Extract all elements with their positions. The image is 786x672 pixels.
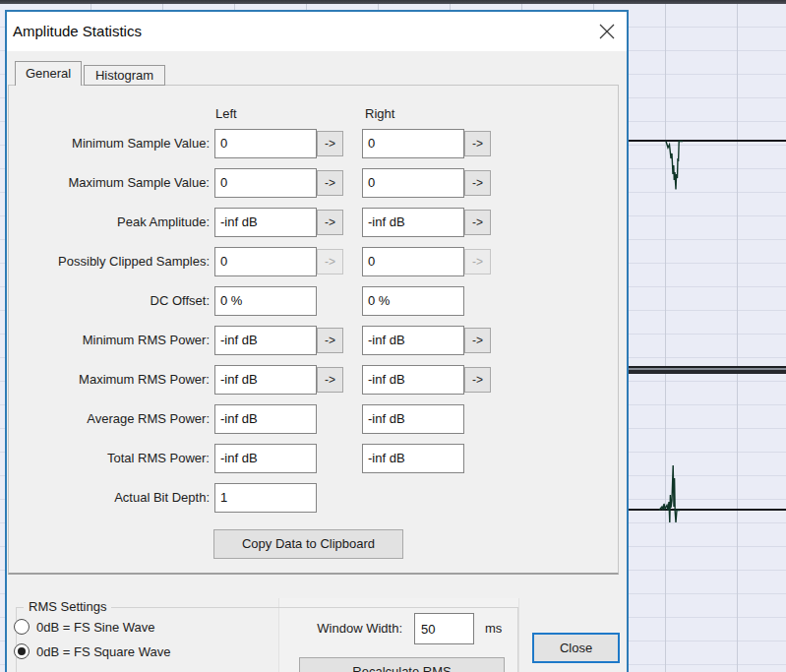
stat-row-minimum-rms-power: Minimum RMS Power: -inf dB -> -inf dB -> (7, 326, 627, 355)
radio-circle-checked-icon[interactable] (14, 643, 30, 659)
stat-label: Minimum RMS Power: (7, 326, 210, 355)
stat-label: DC Offset: (7, 286, 210, 316)
goto-arrow-button-right[interactable]: -> (464, 131, 491, 156)
close-button[interactable]: Close (532, 633, 620, 663)
stat-row-dc-offset: DC Offset: 0 % 0 % (7, 286, 627, 316)
copy-data-button[interactable]: Copy Data to Clipboard (213, 529, 403, 559)
goto-arrow-button-left[interactable]: -> (317, 210, 343, 235)
dialog-title: Amplitude Statistics (13, 12, 142, 51)
stat-row-average-rms-power: Average RMS Power: -inf dB -inf dB (7, 404, 627, 434)
window-width-label: Window Width: (292, 613, 402, 644)
track-separator (626, 366, 786, 374)
stat-label: Maximum RMS Power: (7, 365, 210, 395)
stat-row-minimum-sample-value: Minimum Sample Value: 0 -> 0 -> (7, 129, 627, 158)
stat-value-left[interactable]: 1 (214, 483, 317, 513)
stat-value-left[interactable]: 0 (214, 247, 317, 276)
waveform-spike-top (659, 136, 693, 195)
goto-arrow-button-right[interactable]: -> (464, 210, 491, 235)
radio-fs-square-wave[interactable]: 0dB = FS Square Wave (14, 642, 170, 660)
stat-value-right[interactable]: -inf dB (362, 326, 464, 355)
stat-value-right[interactable]: -inf dB (362, 444, 464, 473)
column-header-right: Right (365, 106, 394, 121)
tab-general[interactable]: General (15, 61, 82, 86)
stat-value-left[interactable]: -inf dB (214, 365, 317, 395)
rms-settings-title: RMS Settings (24, 599, 111, 614)
screen: { "window": { "title": "Amplitude Statis… (0, 0, 786, 672)
waveform-spike-bottom (655, 445, 689, 527)
stat-row-total-rms-power: Total RMS Power: -inf dB -inf dB (7, 444, 627, 473)
stat-row-maximum-rms-power: Maximum RMS Power: -inf dB -> -inf dB -> (7, 365, 627, 395)
stat-value-right[interactable]: -inf dB (362, 365, 464, 395)
window-width-input[interactable] (414, 613, 474, 644)
stat-row-possibly-clipped-samples: Possibly Clipped Samples: 0 -> 0 -> (7, 247, 627, 276)
stat-label: Possibly Clipped Samples: (7, 247, 210, 276)
column-header-left: Left (215, 106, 237, 121)
goto-arrow-button-right[interactable]: -> (464, 170, 491, 196)
goto-arrow-button-right-disabled: -> (464, 249, 491, 275)
stat-label: Total RMS Power: (7, 444, 210, 473)
stat-value-right[interactable]: -inf dB (362, 404, 464, 434)
stat-value-left[interactable]: 0 (214, 168, 317, 198)
goto-arrow-button-left[interactable]: -> (317, 367, 343, 393)
goto-arrow-button-left[interactable]: -> (317, 170, 343, 196)
goto-arrow-button-right[interactable]: -> (464, 367, 491, 393)
stat-row-actual-bit-depth: Actual Bit Depth: 1 (7, 483, 627, 513)
stat-value-left[interactable]: -inf dB (214, 326, 317, 355)
tab-histogram[interactable]: Histogram (84, 65, 165, 86)
close-icon[interactable] (598, 23, 616, 40)
stat-row-peak-amplitude: Peak Amplitude: -inf dB -> -inf dB -> (7, 208, 627, 237)
waveform-centerline-top (626, 140, 786, 142)
stat-value-right[interactable]: 0 % (362, 286, 464, 316)
stat-label: Actual Bit Depth: (7, 483, 210, 513)
stat-value-right[interactable]: 0 (362, 247, 464, 276)
stat-value-right[interactable]: 0 (362, 168, 464, 198)
radio-label: 0dB = FS Sine Wave (36, 620, 155, 635)
stat-label: Minimum Sample Value: (7, 129, 210, 158)
stat-value-left[interactable]: -inf dB (214, 444, 317, 473)
goto-arrow-button-left[interactable]: -> (317, 328, 343, 353)
window-width-unit: ms (485, 613, 502, 644)
stat-value-left[interactable]: 0 (214, 129, 317, 158)
editor-top-bar (0, 0, 786, 4)
amplitude-statistics-dialog: Amplitude Statistics General Histogram L… (5, 10, 629, 672)
goto-arrow-button-left-disabled: -> (317, 249, 343, 275)
dialog-titlebar[interactable]: Amplitude Statistics (7, 12, 627, 51)
stat-value-left[interactable]: -inf dB (214, 404, 317, 434)
goto-arrow-button-left[interactable]: -> (317, 131, 343, 156)
stat-value-left[interactable]: -inf dB (214, 208, 317, 237)
waveform-centerline-bottom (626, 509, 786, 511)
stat-value-right[interactable]: -inf dB (362, 208, 464, 237)
radio-label: 0dB = FS Square Wave (36, 644, 170, 659)
stat-label: Peak Amplitude: (7, 208, 210, 237)
stat-value-right[interactable]: 0 (362, 129, 464, 158)
radio-circle-icon[interactable] (14, 619, 30, 635)
radio-fs-sine-wave[interactable]: 0dB = FS Sine Wave (14, 618, 155, 636)
stat-label: Maximum Sample Value: (7, 168, 210, 198)
stat-row-maximum-sample-value: Maximum Sample Value: 0 -> 0 -> (7, 168, 627, 198)
goto-arrow-button-right[interactable]: -> (464, 328, 491, 353)
recalculate-rms-button[interactable]: Recalculate RMS (299, 657, 505, 672)
stat-label: Average RMS Power: (7, 404, 210, 434)
stat-value-left[interactable]: 0 % (214, 286, 317, 316)
